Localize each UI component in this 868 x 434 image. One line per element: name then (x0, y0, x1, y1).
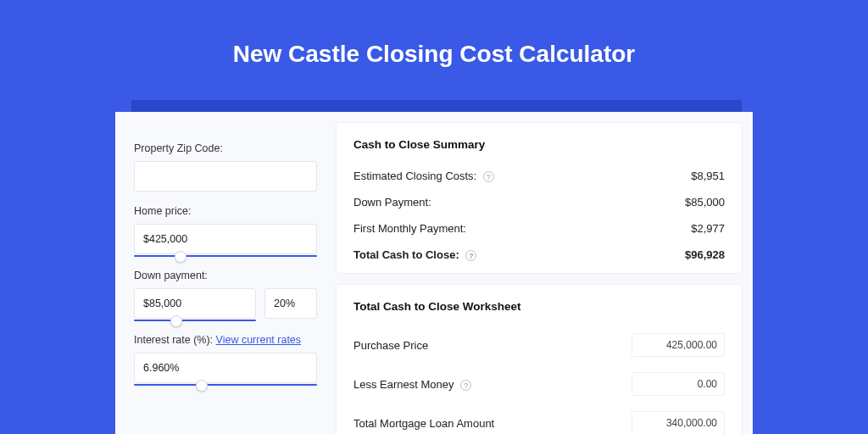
home-price-slider-thumb[interactable] (175, 251, 186, 263)
down-payment-label: Down payment: (134, 270, 317, 281)
total-value: $96,928 (685, 248, 725, 261)
down-label: Down Payment: (353, 196, 431, 209)
est-costs-value: $8,951 (691, 170, 725, 182)
interest-rate-slider-thumb[interactable] (196, 380, 208, 392)
summary-title: Cash to Close Summary (353, 138, 725, 151)
wrow-purchase: Purchase Price (353, 325, 725, 364)
loan-label: Total Mortgage Loan Amount (353, 417, 494, 430)
home-price-slider[interactable] (134, 255, 317, 257)
est-costs-label: Estimated Closing Costs: ? (353, 170, 494, 182)
down-payment-slider[interactable] (134, 320, 256, 321)
down-payment-slider-thumb[interactable] (170, 315, 182, 327)
interest-rate-field: Interest rate (%): View current rates (134, 334, 317, 385)
interest-rate-slider[interactable] (134, 384, 317, 386)
earnest-label-text: Less Earnest Money (353, 378, 454, 391)
earnest-label: Less Earnest Money ? (353, 378, 471, 391)
down-value: $85,000 (685, 196, 725, 209)
page-title: New Castle Closing Cost Calculator (0, 0, 868, 92)
first-label: First Monthly Payment: (353, 222, 466, 235)
interest-rate-label: Interest rate (%): View current rates (134, 334, 317, 346)
help-icon[interactable]: ? (465, 250, 476, 261)
down-payment-field: Down payment: (134, 270, 317, 320)
home-price-input[interactable] (134, 224, 317, 254)
worksheet-panel: Total Cash to Close Worksheet Purchase P… (336, 284, 743, 434)
summary-panel: Cash to Close Summary Estimated Closing … (336, 122, 743, 274)
loan-value[interactable] (632, 411, 725, 434)
total-label-text: Total Cash to Close: (353, 248, 459, 261)
interest-rate-label-text: Interest rate (%): (134, 334, 216, 346)
earnest-value[interactable] (632, 372, 725, 396)
wrow-earnest: Less Earnest Money ? (353, 364, 725, 403)
calculator-card: Property Zip Code: Home price: Down paym… (115, 112, 753, 434)
row-first-payment: First Monthly Payment: $2,977 (353, 215, 725, 242)
help-icon[interactable]: ? (483, 171, 494, 182)
purchase-value[interactable] (632, 333, 725, 357)
zip-input[interactable] (134, 161, 317, 192)
purchase-label: Purchase Price (353, 339, 428, 352)
help-icon[interactable]: ? (460, 380, 471, 391)
first-value: $2,977 (691, 222, 725, 235)
down-payment-pct-input[interactable] (264, 288, 317, 319)
down-payment-input[interactable] (134, 288, 256, 319)
row-est-costs: Estimated Closing Costs: ? $8,951 (353, 163, 725, 189)
zip-label: Property Zip Code: (134, 142, 317, 154)
home-price-field: Home price: (134, 205, 317, 256)
worksheet-title: Total Cash to Close Worksheet (353, 300, 725, 313)
interest-rate-input[interactable] (134, 353, 317, 383)
inputs-panel: Property Zip Code: Home price: Down paym… (115, 112, 336, 434)
results-panel: Cash to Close Summary Estimated Closing … (336, 112, 753, 434)
wrow-loan: Total Mortgage Loan Amount (353, 403, 725, 434)
row-down-payment: Down Payment: $85,000 (353, 189, 725, 215)
total-label: Total Cash to Close: ? (353, 248, 476, 261)
home-price-label: Home price: (134, 205, 317, 217)
row-total-cash: Total Cash to Close: ? $96,928 (353, 242, 725, 268)
zip-field: Property Zip Code: (134, 142, 317, 192)
est-costs-label-text: Estimated Closing Costs: (353, 170, 476, 182)
view-rates-link[interactable]: View current rates (216, 334, 302, 346)
